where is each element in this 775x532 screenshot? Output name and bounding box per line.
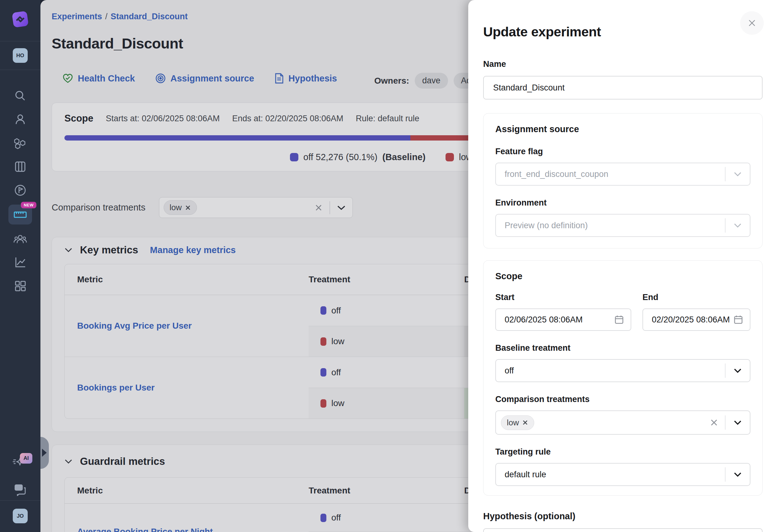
name-input[interactable]: Standard_Discount xyxy=(483,76,763,99)
targeting-rule-select[interactable]: default rule xyxy=(495,463,750,486)
hypothesis-label: Hypothesis (optional) xyxy=(483,511,763,521)
update-experiment-panel: Update experiment Name Standard_Discount… xyxy=(468,0,775,532)
name-label: Name xyxy=(483,59,763,69)
comparison-treatments-label: Comparison treatments xyxy=(495,395,750,404)
assignment-source-title: Assignment source xyxy=(495,124,750,134)
sidebar-nav: NEW xyxy=(0,84,40,298)
panel-title: Update experiment xyxy=(483,24,763,39)
nodes-icon[interactable] xyxy=(0,131,40,155)
chevron-down-icon xyxy=(726,368,750,373)
environment-select[interactable]: Preview (no definition) xyxy=(495,214,750,237)
feature-flag-label: Feature flag xyxy=(495,147,750,156)
ruler-icon xyxy=(13,210,27,219)
ai-badge: AI xyxy=(20,453,32,464)
search-icon[interactable] xyxy=(0,84,40,108)
user-avatar[interactable]: JO xyxy=(13,509,28,523)
chip-remove-icon[interactable] xyxy=(522,419,528,426)
calendar-icon[interactable] xyxy=(734,315,743,325)
chevron-down-icon xyxy=(726,420,750,425)
scope-card-title: Scope xyxy=(495,271,750,281)
chevron-down-icon xyxy=(726,223,750,228)
profile-icon[interactable] xyxy=(0,108,40,131)
workspace-badge[interactable]: HO xyxy=(13,48,28,63)
start-date-input[interactable]: 02/06/2025 08:06AM xyxy=(495,308,631,331)
targeting-rule-label: Targeting rule xyxy=(495,447,750,457)
sidebar-divider xyxy=(0,41,40,41)
end-label: End xyxy=(643,293,750,302)
columns-icon[interactable] xyxy=(0,155,40,178)
treatment-chip[interactable]: low xyxy=(501,415,534,430)
chevron-down-icon xyxy=(726,472,750,477)
audience-icon[interactable] xyxy=(0,227,40,251)
sidebar-divider xyxy=(0,70,40,70)
sidebar-bottom: AI ? JO xyxy=(0,452,40,532)
app-logo-icon[interactable] xyxy=(12,11,28,27)
close-icon[interactable] xyxy=(740,11,764,35)
analytics-icon[interactable] xyxy=(0,251,40,274)
calendar-icon[interactable] xyxy=(615,315,624,325)
flag-icon[interactable] xyxy=(0,178,40,202)
help-chat-icon[interactable]: ? xyxy=(0,479,40,500)
sidebar-divider xyxy=(0,500,40,501)
dashboard-icon[interactable] xyxy=(0,274,40,298)
sidebar: HO NEW xyxy=(0,0,40,532)
hypothesis-input[interactable] xyxy=(483,528,763,532)
new-badge: NEW xyxy=(21,202,36,208)
baseline-treatment-select[interactable]: off xyxy=(495,359,750,382)
ai-assistant-icon[interactable]: AI xyxy=(0,452,40,472)
feature-flag-select[interactable]: front_end_discount_coupon xyxy=(495,163,750,186)
end-date-input[interactable]: 02/20/2025 08:06AM xyxy=(643,308,750,331)
baseline-treatment-label: Baseline treatment xyxy=(495,343,750,353)
comparison-treatments-select[interactable]: low xyxy=(495,410,750,435)
assignment-source-card: Assignment source Feature flag front_end… xyxy=(483,113,763,248)
svg-text:?: ? xyxy=(17,485,20,490)
chevron-down-icon xyxy=(726,172,750,177)
scope-card: Scope Start 02/06/2025 08:06AM End 02/20… xyxy=(483,260,763,496)
environment-label: Environment xyxy=(495,198,750,208)
sidebar-item-metrics-active[interactable]: NEW xyxy=(8,205,32,224)
clear-icon[interactable] xyxy=(703,418,725,427)
start-label: Start xyxy=(495,293,631,302)
